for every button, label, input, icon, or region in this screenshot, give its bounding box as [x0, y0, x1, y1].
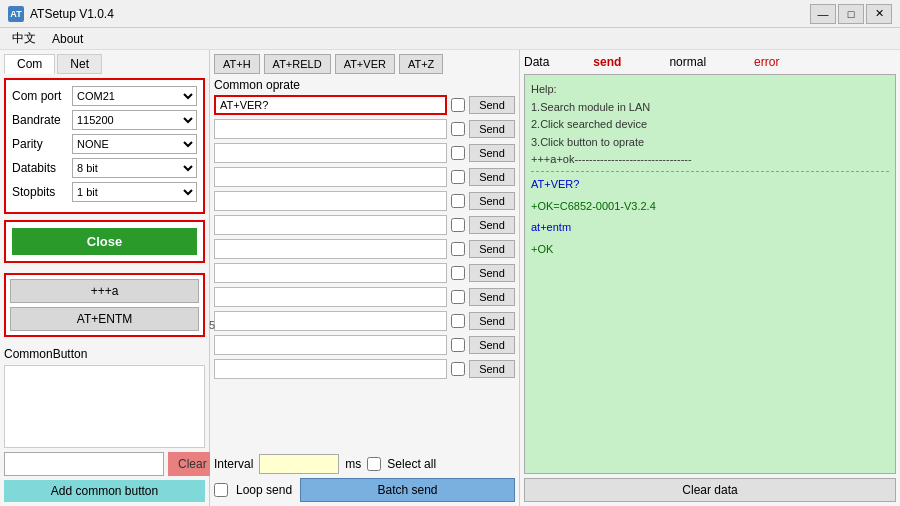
- send-button-6[interactable]: Send: [469, 216, 515, 234]
- command-row: Send: [214, 262, 515, 284]
- cmd-checkbox-7[interactable]: [451, 242, 465, 256]
- maximize-button[interactable]: □: [838, 4, 864, 24]
- common-oprate-label: Common oprate: [214, 78, 515, 92]
- common-button-section: CommonButton Clear Add common button: [4, 343, 205, 502]
- command-row: Send: [214, 166, 515, 188]
- output-line: Help:: [531, 81, 889, 99]
- command-input-1[interactable]: [214, 95, 447, 115]
- cmd-checkbox-8[interactable]: [451, 266, 465, 280]
- loop-send-label: Loop send: [236, 483, 292, 497]
- comport-row: Com port COM21: [12, 86, 197, 106]
- minimize-button[interactable]: —: [810, 4, 836, 24]
- output-line: +++a+ok--------------------------------: [531, 151, 889, 172]
- data-output: Help: 1.Search module in LAN 2.Click sea…: [524, 74, 896, 474]
- send-button-2[interactable]: Send: [469, 120, 515, 138]
- data-tab-send[interactable]: send: [589, 54, 625, 70]
- close-connection-button[interactable]: Close: [12, 228, 197, 255]
- command-input-6[interactable]: [214, 215, 447, 235]
- send-button-4[interactable]: Send: [469, 168, 515, 186]
- loop-send-checkbox[interactable]: [214, 483, 228, 497]
- send-button-5[interactable]: Send: [469, 192, 515, 210]
- cmd-checkbox-5[interactable]: [451, 194, 465, 208]
- comport-select[interactable]: COM21: [72, 86, 197, 106]
- data-tab-error[interactable]: error: [750, 54, 783, 70]
- batch-send-button[interactable]: Batch send: [300, 478, 515, 502]
- close-button[interactable]: ✕: [866, 4, 892, 24]
- send-button-7[interactable]: Send: [469, 240, 515, 258]
- command-row: Send: [214, 142, 515, 164]
- cmd-checkbox-1[interactable]: [451, 98, 465, 112]
- select-all-checkbox[interactable]: [367, 457, 381, 471]
- stopbits-select[interactable]: 1 bit: [72, 182, 197, 202]
- title-bar: AT ATSetup V1.0.4 — □ ✕: [0, 0, 900, 28]
- cmd-checkbox-11[interactable]: [451, 338, 465, 352]
- command-input-3[interactable]: [214, 143, 447, 163]
- atver-button[interactable]: AT+VER: [335, 54, 395, 74]
- command-input-2[interactable]: [214, 119, 447, 139]
- common-input-row: Clear: [4, 452, 205, 476]
- command-input-8[interactable]: [214, 263, 447, 283]
- label-num5: 5: [209, 319, 215, 331]
- command-row: Send: [214, 190, 515, 212]
- command-input-11[interactable]: [214, 335, 447, 355]
- databits-select[interactable]: 8 bit: [72, 158, 197, 178]
- output-line: AT+VER?: [531, 176, 889, 194]
- command-input-4[interactable]: [214, 167, 447, 187]
- cmd-checkbox-9[interactable]: [451, 290, 465, 304]
- left-panel: Com Net 1 Com port COM21 Bandrate 115200: [0, 50, 210, 506]
- atz-button[interactable]: AT+Z: [399, 54, 443, 74]
- ath-button[interactable]: AT+H: [214, 54, 260, 74]
- cmd-checkbox-4[interactable]: [451, 170, 465, 184]
- select-all-label: Select all: [387, 457, 436, 471]
- command-row: Send: [214, 334, 515, 356]
- parity-select[interactable]: NONE: [72, 134, 197, 154]
- stopbits-row: Stopbits 1 bit: [12, 182, 197, 202]
- cmd-checkbox-3[interactable]: [451, 146, 465, 160]
- middle-bottom-row: Loop send Batch send: [214, 478, 515, 502]
- command-input-7[interactable]: [214, 239, 447, 259]
- cmd-checkbox-6[interactable]: [451, 218, 465, 232]
- cmd-checkbox-10[interactable]: [451, 314, 465, 328]
- send-button-1[interactable]: Send: [469, 96, 515, 114]
- parity-label: Parity: [12, 137, 72, 151]
- interval-row: Interval ms Select all: [214, 454, 515, 474]
- window-controls: — □ ✕: [810, 4, 892, 24]
- com-settings: Com port COM21 Bandrate 115200 Parity NO…: [4, 78, 205, 214]
- menu-chinese[interactable]: 中文: [4, 28, 44, 49]
- plusplusplusa-button[interactable]: +++a: [10, 279, 199, 303]
- at-buttons-row: AT+H AT+RELD AT+VER AT+Z: [214, 54, 515, 74]
- send-button-12[interactable]: Send: [469, 360, 515, 378]
- add-common-button[interactable]: Add common button: [4, 480, 205, 502]
- parity-row: Parity NONE: [12, 134, 197, 154]
- command-row: Send: [214, 358, 515, 380]
- command-row: Send: [214, 238, 515, 260]
- menu-bar: 中文 About: [0, 28, 900, 50]
- command-input-12[interactable]: [214, 359, 447, 379]
- command-list: 4 Send Send Send Send: [214, 94, 515, 450]
- cmd-checkbox-2[interactable]: [451, 122, 465, 136]
- atentm-button[interactable]: AT+ENTM: [10, 307, 199, 331]
- atreld-button[interactable]: AT+RELD: [264, 54, 331, 74]
- cmd-checkbox-12[interactable]: [451, 362, 465, 376]
- output-line: 2.Click searched device: [531, 116, 889, 134]
- data-tab-normal[interactable]: normal: [665, 54, 710, 70]
- clear-data-button[interactable]: Clear data: [524, 478, 896, 502]
- command-input-9[interactable]: [214, 287, 447, 307]
- send-button-3[interactable]: Send: [469, 144, 515, 162]
- send-button-10[interactable]: Send: [469, 312, 515, 330]
- interval-input[interactable]: [259, 454, 339, 474]
- output-line: at+entm: [531, 219, 889, 237]
- send-button-8[interactable]: Send: [469, 264, 515, 282]
- close-button-area: Close: [4, 220, 205, 263]
- bandrate-select[interactable]: 115200: [72, 110, 197, 130]
- bottom-right-row: Clear data: [524, 478, 896, 502]
- common-button-input[interactable]: [4, 452, 164, 476]
- send-button-9[interactable]: Send: [469, 288, 515, 306]
- menu-about[interactable]: About: [44, 30, 91, 48]
- command-input-5[interactable]: [214, 191, 447, 211]
- tab-net[interactable]: Net: [57, 54, 102, 74]
- command-input-10[interactable]: [214, 311, 447, 331]
- tab-com[interactable]: Com: [4, 54, 55, 74]
- command-row: Send: [214, 286, 515, 308]
- send-button-11[interactable]: Send: [469, 336, 515, 354]
